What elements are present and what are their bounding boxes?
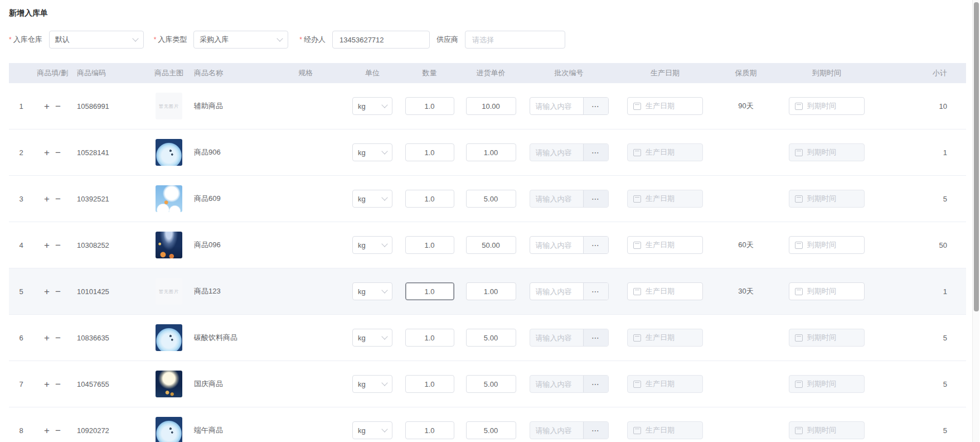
quantity-input[interactable] [405,329,454,347]
unit-select[interactable]: kg [352,375,392,393]
purchase-price-input[interactable] [466,329,516,347]
batch-more-button[interactable]: ⋯ [583,422,608,439]
unit-select[interactable]: kg [352,282,392,300]
product-name: 碳酸饮料商品 [194,333,266,343]
batch-number-input[interactable] [530,422,583,439]
batch-number-input[interactable] [530,144,583,161]
batch-more-button[interactable]: ⋯ [583,98,608,114]
quantity-input[interactable] [405,236,454,254]
quantity-input[interactable] [405,421,454,439]
production-date-placeholder: 生产日期 [646,101,675,111]
batch-number-input[interactable] [530,329,583,346]
quantity-input[interactable] [405,97,454,115]
purchase-price-input[interactable] [466,190,516,208]
unit-select-value: kg [358,241,366,249]
unit-select[interactable]: kg [352,97,392,115]
production-date-placeholder: 生产日期 [646,240,675,250]
quantity-input[interactable] [405,282,454,300]
handler-input[interactable] [332,31,430,49]
add-row-button[interactable]: + [44,148,50,157]
product-name: 辅助商品 [194,101,266,111]
unit-select[interactable]: kg [352,190,392,208]
purchase-price-input[interactable] [466,282,516,300]
column-header-product-image: 商品主图 [144,68,194,78]
table-header: 商品填/删商品编码商品主图商品名称规格单位数量进货单价批次编号生产日期保质期到期… [9,63,966,83]
row-index: 2 [9,148,33,157]
production-date-picker[interactable]: 生产日期 [627,236,703,254]
production-date-picker[interactable]: 生产日期 [627,282,703,300]
subtotal: 5 [877,380,966,388]
expiry-time-picker[interactable]: 到期时间 [789,190,865,208]
production-date-picker[interactable]: 生产日期 [627,190,703,208]
add-row-button[interactable]: + [44,287,50,296]
batch-more-button[interactable]: ⋯ [583,190,608,207]
batch-number-group: ⋯ [530,143,609,161]
add-row-button[interactable]: + [44,194,50,204]
column-header-expiry-time: 到期时间 [777,68,877,78]
batch-number-input[interactable] [530,190,583,207]
unit-select[interactable]: kg [352,143,392,161]
vertical-scrollbar[interactable] [972,0,979,442]
add-row-button[interactable]: + [44,379,50,389]
expiry-time-picker[interactable]: 到期时间 [789,421,865,439]
remove-row-button[interactable]: − [55,333,61,343]
unit-select[interactable]: kg [352,421,392,439]
subtotal: 5 [877,426,966,435]
batch-more-button[interactable]: ⋯ [583,237,608,253]
chevron-down-icon [381,194,387,200]
batch-number-input[interactable] [530,98,583,114]
remove-row-button[interactable]: − [55,287,61,296]
quantity-input[interactable] [405,143,454,161]
remove-row-button[interactable]: − [55,148,61,157]
remove-row-button[interactable]: − [55,426,61,435]
remove-row-button[interactable]: − [55,241,61,250]
subtotal: 5 [877,195,966,203]
add-row-button[interactable]: + [44,426,50,435]
purchase-price-input[interactable] [466,236,516,254]
expiry-time-picker[interactable]: 到期时间 [789,236,865,254]
entry-type-select[interactable]: 采购入库 [193,31,288,49]
add-row-button[interactable]: + [44,102,50,111]
unit-select[interactable]: kg [352,329,392,347]
remove-row-button[interactable]: − [55,102,61,111]
column-header-product-name: 商品名称 [194,68,266,78]
remove-row-button[interactable]: − [55,194,61,204]
required-mark: * [154,36,157,44]
expiry-time-picker[interactable]: 到期时间 [789,375,865,393]
table-row: 2+−10528141商品906kg⋯生产日期到期时间1 [9,129,966,176]
production-date-picker[interactable]: 生产日期 [627,143,703,161]
batch-more-button[interactable]: ⋯ [583,329,608,346]
purchase-price-input[interactable] [466,143,516,161]
batch-more-button[interactable]: ⋯ [583,376,608,392]
warehouse-select[interactable]: 默认 [49,31,144,49]
batch-number-group: ⋯ [530,236,609,254]
add-row-button[interactable]: + [44,333,50,343]
chevron-down-icon [381,148,387,154]
expiry-time-picker[interactable]: 到期时间 [789,97,865,115]
purchase-price-input[interactable] [466,421,516,439]
quantity-input[interactable] [405,190,454,208]
purchase-price-input[interactable] [466,375,516,393]
expiry-time-picker[interactable]: 到期时间 [789,282,865,300]
batch-number-input[interactable] [530,237,583,253]
production-date-picker[interactable]: 生产日期 [627,97,703,115]
batch-more-button[interactable]: ⋯ [583,144,608,161]
batch-number-input[interactable] [530,283,583,300]
scrollbar-thumb[interactable] [974,2,979,311]
add-row-button[interactable]: + [44,241,50,250]
production-date-picker[interactable]: 生产日期 [627,375,703,393]
unit-select[interactable]: kg [352,236,392,254]
purchase-price-input[interactable] [466,97,516,115]
batch-more-button[interactable]: ⋯ [583,283,608,300]
quantity-input[interactable] [405,375,454,393]
production-date-picker[interactable]: 生产日期 [627,329,703,347]
batch-number-input[interactable] [530,376,583,392]
expiry-time-picker[interactable]: 到期时间 [789,329,865,347]
production-date-picker[interactable]: 生产日期 [627,421,703,439]
price-cell [459,236,523,254]
remove-row-button[interactable]: − [55,379,61,389]
shelf-life: 60天 [715,240,777,250]
supplier-select-input[interactable] [465,31,565,49]
subtotal: 1 [877,148,966,157]
expiry-time-picker[interactable]: 到期时间 [789,143,865,161]
